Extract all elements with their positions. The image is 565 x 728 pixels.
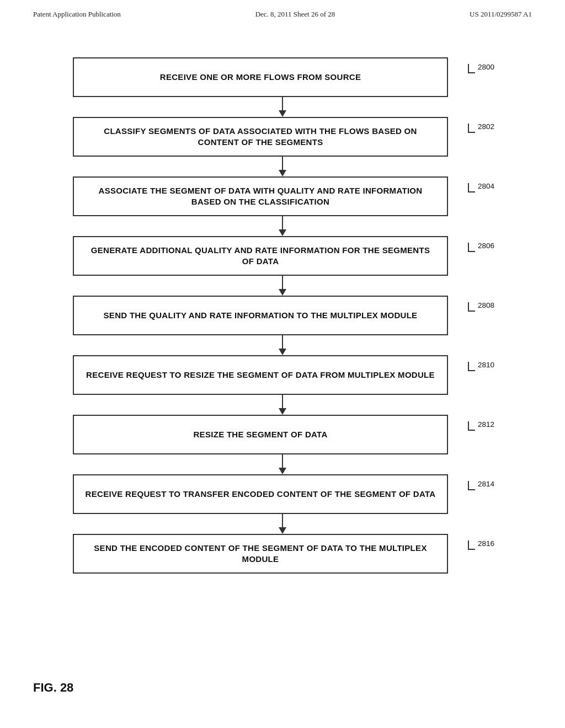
flow-row-2810: RECEIVE REQUEST TO RESIZE THE SEGMENT OF… [73,355,492,395]
step-ref-2804: 2804 [466,182,494,194]
flow-row-2812: RESIZE THE SEGMENT OF DATA2812 [73,415,492,454]
flow-box-2810: RECEIVE REQUEST TO RESIZE THE SEGMENT OF… [73,355,448,395]
flow-box-2802: CLASSIFY SEGMENTS OF DATA ASSOCIATED WIT… [73,117,448,157]
step-ref-2812: 2812 [466,420,494,432]
svg-marker-13 [279,468,286,474]
flow-row-2816: SEND THE ENCODED CONTENT OF THE SEGMENT … [73,534,492,574]
arrow-5 [73,395,492,415]
flow-row-2806: GENERATE ADDITIONAL QUALITY AND RATE INF… [73,236,492,276]
svg-marker-3 [279,170,286,176]
header-right: US 2011/0299587 A1 [470,10,532,19]
flow-row-2808: SEND THE QUALITY AND RATE INFORMATION TO… [73,296,492,335]
arrow-7 [73,514,492,534]
arrow-1 [73,157,492,176]
step-ref-2816: 2816 [466,539,494,552]
svg-marker-5 [279,229,286,236]
arrow-6 [73,454,492,474]
step-ref-2808: 2808 [466,301,494,313]
svg-marker-9 [279,349,286,355]
flow-row-2804: ASSOCIATE THE SEGMENT OF DATA WITH QUALI… [73,176,492,216]
header-middle: Dec. 8, 2011 Sheet 26 of 28 [255,10,335,19]
flow-box-2804: ASSOCIATE THE SEGMENT OF DATA WITH QUALI… [73,176,448,216]
flow-row-2800: RECEIVE ONE OR MORE FLOWS FROM SOURCE280… [73,57,492,97]
step-ref-2800: 2800 [466,63,494,75]
flow-box-2812: RESIZE THE SEGMENT OF DATA [73,415,448,454]
flow-box-2800: RECEIVE ONE OR MORE FLOWS FROM SOURCE [73,57,448,97]
step-ref-2806: 2806 [466,242,494,254]
flow-box-2808: SEND THE QUALITY AND RATE INFORMATION TO… [73,296,448,335]
page-header: Patent Application Publication Dec. 8, 2… [0,0,565,24]
header-left: Patent Application Publication [33,10,121,19]
flow-box-2814: RECEIVE REQUEST TO TRANSFER ENCODED CONT… [73,474,448,514]
svg-marker-7 [279,289,286,296]
arrow-2 [73,216,492,236]
flow-row-2814: RECEIVE REQUEST TO TRANSFER ENCODED CONT… [73,474,492,514]
svg-marker-15 [279,527,286,534]
flow-box-2806: GENERATE ADDITIONAL QUALITY AND RATE INF… [73,236,448,276]
arrow-4 [73,335,492,355]
svg-marker-11 [279,408,286,415]
step-ref-2810: 2810 [466,361,494,373]
figure-label: FIG. 28 [33,681,73,695]
arrow-3 [73,276,492,296]
arrow-0 [73,97,492,117]
diagram-container: RECEIVE ONE OR MORE FLOWS FROM SOURCE280… [0,24,565,596]
flow-box-2816: SEND THE ENCODED CONTENT OF THE SEGMENT … [73,534,448,574]
svg-marker-1 [279,110,286,117]
flow-row-2802: CLASSIFY SEGMENTS OF DATA ASSOCIATED WIT… [73,117,492,157]
step-ref-2814: 2814 [466,480,494,492]
step-ref-2802: 2802 [466,122,494,135]
